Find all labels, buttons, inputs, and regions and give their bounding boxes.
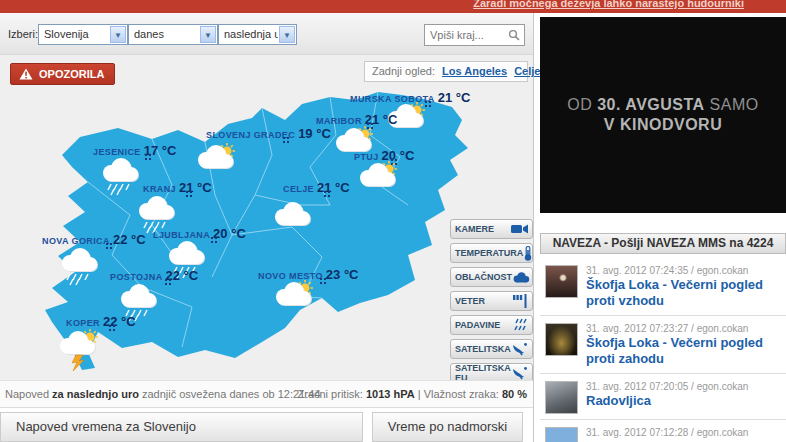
ad-banner[interactable]: OD 30. AVGUSTA SAMO V KINODVORU (540, 17, 786, 213)
naveza-list: 31. avg. 2012 07:24:35 / egon.cokan Škof… (540, 258, 786, 442)
weather-icon-rain (97, 156, 143, 196)
city-marker-postojna[interactable]: POSTOJNA22 °C (110, 266, 198, 284)
weather-icon-rain (56, 246, 102, 286)
city-dots (109, 325, 111, 327)
layer-button-label: KAMERE (455, 224, 511, 234)
last-viewed-box: Zadnji ogled: Los Angeles Celje (364, 61, 528, 82)
naveza-list-item[interactable]: 31. avg. 2012 07:23:27 / egon.cokan Škof… (540, 315, 786, 373)
city-marker-kranj[interactable]: KRANJ21 °C (143, 178, 212, 196)
camera-icon (511, 223, 528, 235)
chevron-down-icon[interactable]: ▼ (279, 26, 295, 43)
naveza-item-meta: 31. avg. 2012 07:12:28 / egon.cokan (586, 427, 786, 438)
search-input[interactable] (430, 27, 504, 43)
layer-button-label: SATELITSKA (455, 344, 512, 354)
weather-icon-cloudy (269, 196, 315, 230)
city-marker-murska-sobota[interactable]: MURSKA SOBOTA21 °C (350, 88, 470, 106)
last-viewed-link-celje[interactable]: Celje (514, 65, 540, 77)
day-select-value: danes (134, 28, 199, 40)
city-temp: 19 °C (298, 126, 331, 141)
chevron-down-icon[interactable]: ▼ (110, 26, 126, 43)
naveza-list-item[interactable]: 31. avg. 2012 07:24:35 / egon.cokan Škof… (540, 258, 786, 315)
city-marker-nova-gorica[interactable]: NOVA GORICA22 °C (42, 230, 146, 248)
city-name: NOVA GORICA (42, 236, 110, 246)
city-marker-celje[interactable]: CELJE21 °C (283, 178, 350, 196)
naveza-item-meta: 31. avg. 2012 07:23:27 / egon.cokan (586, 323, 786, 334)
city-dots (320, 278, 322, 280)
city-marker-jesenice[interactable]: JESENICE17 °C (93, 141, 176, 159)
weather-icon-storm (56, 327, 102, 371)
layer-button-padavine[interactable]: PADAVINE (450, 315, 533, 335)
city-temp: 21 °C (317, 180, 350, 195)
wind-icon (513, 294, 528, 308)
city-temp: 20 °C (213, 226, 246, 241)
warnings-button[interactable]: OPOZORILA (10, 63, 115, 85)
weather-icon-partly-cloudy (272, 278, 318, 312)
naveza-thumbnail[interactable] (545, 323, 578, 356)
naveza-item-meta: 31. avg. 2012 07:24:35 / egon.cokan (586, 265, 786, 276)
city-name: SLOVENJ GRADEC (206, 130, 295, 140)
region-select[interactable]: Slovenija ▼ (38, 24, 128, 45)
naveza-thumbnail[interactable] (545, 265, 578, 298)
city-name: KRANJ (143, 184, 176, 194)
chevron-down-icon[interactable]: ▼ (200, 26, 216, 43)
city-temp: 17 °C (144, 143, 177, 158)
filter-bar: Izberi: Slovenija ▼ danes ▼ naslednja ur… (0, 13, 533, 55)
layer-button-kamere[interactable]: KAMERE (450, 219, 533, 239)
city-temp: 23 °C (326, 267, 359, 282)
layer-button-satelitska[interactable]: SATELITSKA (450, 339, 533, 359)
search-box (424, 24, 525, 46)
city-marker-koper[interactable]: KOPER22 °C (66, 312, 136, 330)
city-dots (186, 191, 188, 193)
weather-icon-partly-cloudy (356, 159, 402, 193)
hour-select[interactable]: naslednja ura ▼ (218, 24, 297, 45)
thermometer-icon (523, 246, 533, 261)
layer-button-temperatura[interactable]: TEMPERATURA (450, 243, 533, 263)
naveza-item-title[interactable]: Škofja Loka - Večerni pogled proti zahod… (586, 335, 786, 367)
search-icon[interactable] (508, 29, 520, 41)
layer-button-label: VETER (455, 296, 513, 306)
city-temp: 22 °C (113, 232, 146, 247)
day-select[interactable]: danes ▼ (128, 24, 218, 45)
region-select-value: Slovenija (44, 28, 109, 40)
city-marker-ptuj[interactable]: PTUJ20 °C (354, 146, 414, 164)
city-temp: 22 °C (103, 314, 136, 329)
city-dots (283, 137, 285, 139)
city-temp: 22 °C (166, 268, 199, 283)
map-panel: OPOZORILA Zadnji ogled: Los Angeles Celj… (0, 55, 533, 394)
rain-icon (513, 318, 528, 332)
naveza-list-item[interactable]: 31. avg. 2012 07:12:28 / egon.cokan Okol… (540, 419, 786, 442)
ad-line-1: OD 30. AVGUSTA SAMO (567, 96, 758, 114)
naveza-list-item[interactable]: 31. avg. 2012 07:20:05 / egon.cokan Rado… (540, 373, 786, 419)
naveza-thumbnail[interactable] (545, 427, 578, 442)
alert-link[interactable]: Zaradi močnega deževja lahko narastejo h… (473, 0, 744, 9)
warning-triangle-icon (19, 68, 33, 80)
weather-icon-partly-cloudy (194, 141, 240, 175)
warnings-button-label: OPOZORILA (39, 68, 104, 80)
city-dots (106, 243, 108, 245)
city-marker-slovenj-gradec[interactable]: SLOVENJ GRADEC19 °C (206, 124, 331, 142)
satellite-icon (512, 342, 528, 356)
city-dots (165, 279, 167, 281)
city-marker-ljubljana[interactable]: LJUBLJANA20 °C (153, 224, 246, 242)
last-viewed-label: Zadnji ogled: (372, 65, 435, 77)
city-temp: 21 °C (438, 90, 471, 105)
tab-vreme-po-nadmorski-visini[interactable]: Vreme po nadmorski višini (372, 412, 523, 442)
layer-button-veter[interactable]: VETER (450, 291, 533, 311)
tab-napoved-vremena-za-slovenijo[interactable]: Napoved vremena za Slovenijo (0, 412, 363, 442)
city-dots (145, 154, 147, 156)
naveza-item-meta: 31. avg. 2012 07:20:05 / egon.cokan (586, 381, 786, 392)
city-name: CELJE (283, 184, 314, 194)
layer-button-label: PADAVINE (455, 320, 513, 330)
hour-select-value: naslednja ura (224, 28, 278, 40)
filter-label: Izberi: (8, 28, 38, 40)
last-viewed-link-los-angeles[interactable]: Los Angeles (442, 65, 507, 77)
naveza-item-title[interactable]: Radovljica (586, 393, 786, 409)
naveza-thumbnail[interactable] (545, 381, 578, 414)
satellite-icon (512, 366, 528, 380)
naveza-item-title[interactable]: Škofja Loka - Večerni pogled proti vzhod… (586, 277, 786, 309)
city-marker-novo-mesto[interactable]: NOVO MESTO23 °C (258, 265, 359, 283)
layer-button-oblacnost[interactable]: OBLAČNOST (450, 267, 533, 287)
city-temp: 21 °C (179, 180, 212, 195)
pressure-humidity-status: Zračni pritisk: 1013 hPA | Vlažnost zrak… (298, 381, 528, 408)
status-bar: Napoved za naslednjo uro zadnjič osvežen… (0, 380, 533, 408)
